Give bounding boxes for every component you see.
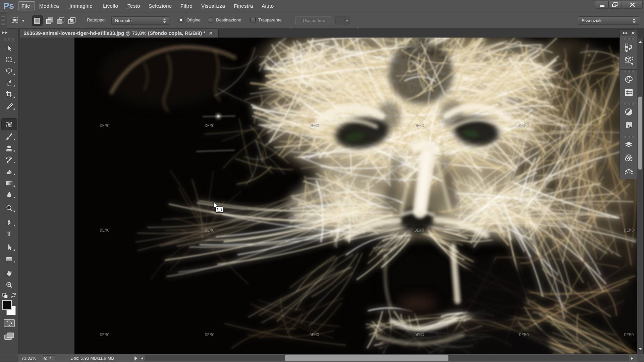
svg-text:DEMO: DEMO: [100, 124, 110, 128]
svg-text:DEMO: DEMO: [205, 124, 215, 128]
svg-text:DEMO: DEMO: [205, 228, 215, 233]
svg-text:DEMO: DEMO: [100, 228, 110, 233]
svg-text:DEMO: DEMO: [415, 124, 424, 128]
svg-text:DEMO: DEMO: [415, 228, 424, 233]
svg-text:DEMO: DEMO: [310, 333, 319, 338]
svg-text:DEMO: DEMO: [519, 228, 529, 233]
svg-text:DEMO: DEMO: [519, 333, 529, 338]
svg-text:DEMO: DEMO: [100, 333, 110, 338]
svg-text:DEMO: DEMO: [415, 333, 424, 338]
svg-text:DEMO: DEMO: [205, 333, 215, 338]
svg-text:DEMO: DEMO: [310, 124, 319, 128]
svg-text:DEMO: DEMO: [310, 228, 319, 233]
svg-text:DEMO: DEMO: [624, 333, 634, 338]
svg-text:T: T: [7, 230, 11, 237]
svg-text:fx: fx: [628, 124, 631, 129]
svg-text:DEMO: DEMO: [519, 124, 529, 128]
svg-text:DEMO: DEMO: [624, 228, 634, 233]
